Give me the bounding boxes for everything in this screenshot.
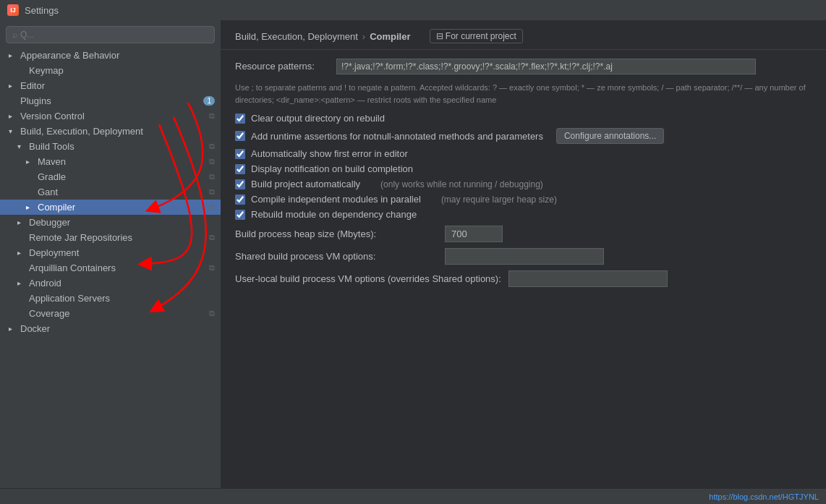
build-auto-checkbox[interactable]	[235, 179, 245, 189]
clear-output-checkbox[interactable]	[235, 114, 245, 124]
display-notification-label: Display notification on build completion	[251, 163, 413, 174]
arrow-icon	[17, 218, 26, 226]
form-row-heap-size: Build process heap size (Mbytes):	[235, 226, 812, 242]
plugins-badge: 1	[203, 96, 215, 106]
user-vm-label: User-local build process VM options (ove…	[235, 273, 501, 284]
sidebar-item-label: Editor	[20, 80, 215, 91]
checkbox-row-auto-show-error: Automatically show first error in editor	[235, 148, 812, 159]
sidebar-item-plugins[interactable]: Plugins 1	[0, 93, 221, 108]
auto-show-error-label: Automatically show first error in editor	[251, 148, 408, 159]
sidebar-item-arquillian[interactable]: Arquillian Containers ⧉	[0, 260, 221, 276]
sidebar-item-gant[interactable]: Gant ⧉	[0, 184, 221, 200]
user-vm-input[interactable]	[508, 270, 668, 287]
rebuild-module-checkbox[interactable]	[235, 210, 245, 220]
settings-header: Build, Execution, Deployment › Compiler …	[221, 20, 826, 50]
display-notification-checkbox[interactable]	[235, 164, 245, 174]
sidebar-item-version-control[interactable]: Version Control ⧉	[0, 108, 221, 124]
add-runtime-checkbox[interactable]	[235, 131, 245, 141]
resource-patterns-help: Use ; to separate patterns and ! to nega…	[235, 82, 812, 106]
sidebar-item-maven[interactable]: Maven ⧉	[0, 154, 221, 169]
checkbox-row-build-auto: Build project automatically (only works …	[235, 179, 812, 189]
sidebar-item-remote-jar[interactable]: Remote Jar Repositories ⧉	[0, 230, 221, 245]
checkbox-row-compile-parallel: Compile independent modules in parallel …	[235, 194, 812, 205]
form-row-shared-vm: Shared build process VM options:	[235, 248, 812, 265]
sidebar-item-label: Coverage	[29, 308, 206, 319]
arrow-icon	[17, 279, 26, 287]
copy-icon: ⧉	[209, 157, 215, 166]
title-bar: IJ Settings	[0, 0, 826, 20]
arrow-icon	[17, 142, 26, 150]
search-box[interactable]: ⌕	[6, 26, 215, 43]
sidebar-item-label: Deployment	[29, 247, 215, 258]
copy-icon: ⧉	[209, 309, 215, 318]
shared-vm-label: Shared build process VM options:	[235, 251, 438, 262]
sidebar-item-label: Version Control	[20, 111, 206, 121]
copy-icon: ⧉	[209, 263, 215, 273]
checkbox-row-clear-output: Clear output directory on rebuild	[235, 113, 812, 124]
arrow-icon	[9, 325, 17, 333]
shared-vm-input[interactable]	[445, 248, 604, 265]
search-input[interactable]	[20, 30, 208, 40]
checkbox-row-display-notification: Display notification on build completion	[235, 163, 812, 174]
project-icon: ⊟	[436, 31, 446, 41]
project-label: For current project	[446, 31, 516, 41]
breadcrumb-separator: ›	[362, 31, 365, 42]
sidebar-item-label: Docker	[20, 323, 215, 334]
sidebar-item-label: Android	[29, 278, 215, 289]
status-link[interactable]: https://blog.csdn.net/HGTJYNL	[709, 492, 819, 501]
search-icon: ⌕	[12, 30, 17, 40]
configure-annotations-button[interactable]: Configure annotations...	[556, 128, 664, 144]
sidebar-item-gradle[interactable]: Gradle ⧉	[0, 169, 221, 184]
arrow-icon	[9, 112, 17, 120]
add-runtime-label: Add runtime assertions for notnull-annot…	[251, 131, 543, 142]
arrow-icon	[9, 51, 17, 59]
sidebar-item-coverage[interactable]: Coverage ⧉	[0, 306, 221, 321]
copy-icon: ⧉	[209, 202, 215, 212]
resource-patterns-label: Resource patterns:	[235, 59, 329, 72]
main-content: ⌕ Appearance & Behavior Keymap Editor Pl…	[0, 20, 826, 488]
sidebar-item-build-exec-deploy[interactable]: Build, Execution, Deployment	[0, 124, 221, 139]
sidebar-item-label: Debugger	[29, 217, 215, 228]
sidebar-item-android[interactable]: Android	[0, 276, 221, 291]
sidebar-item-label: Remote Jar Repositories	[29, 232, 206, 243]
sidebar-item-build-tools[interactable]: Build Tools ⧉	[0, 139, 221, 154]
sidebar-item-label: Keymap	[29, 65, 215, 76]
sidebar-item-label: Compiler	[38, 202, 206, 213]
sidebar-item-appearance[interactable]: Appearance & Behavior	[0, 48, 221, 63]
sidebar-item-label: Maven	[38, 156, 206, 167]
arrow-icon	[26, 158, 35, 166]
sidebar-item-label: Gant	[38, 187, 206, 197]
settings-body: Resource patterns: !?*.java;!?*.form;!?*…	[221, 50, 826, 488]
compile-parallel-label: Compile independent modules in parallel	[251, 194, 421, 205]
sidebar-item-label: Build, Execution, Deployment	[20, 126, 215, 137]
arrow-icon	[17, 249, 26, 257]
copy-icon: ⧉	[209, 111, 215, 121]
copy-icon: ⧉	[209, 233, 215, 242]
sidebar-item-debugger[interactable]: Debugger	[0, 215, 221, 230]
sidebar-item-keymap[interactable]: Keymap	[0, 63, 221, 78]
rebuild-module-label: Rebuild module on dependency change	[251, 209, 417, 220]
compile-parallel-checkbox[interactable]	[235, 195, 245, 205]
clear-output-label: Clear output directory on rebuild	[251, 113, 385, 124]
form-row-user-vm: User-local build process VM options (ove…	[235, 270, 812, 287]
checkbox-row-rebuild-module: Rebuild module on dependency change	[235, 209, 812, 220]
copy-icon: ⧉	[209, 187, 215, 197]
sidebar-item-compiler[interactable]: Compiler ⧉	[0, 200, 221, 215]
sidebar-item-label: Build Tools	[29, 141, 206, 152]
auto-show-error-checkbox[interactable]	[235, 149, 245, 159]
copy-icon: ⧉	[209, 142, 215, 151]
resource-patterns-value[interactable]: !?*.java;!?*.form;!?*.class;!?*.groovy;!…	[336, 59, 756, 74]
arrow-icon	[26, 203, 35, 211]
sidebar-item-docker[interactable]: Docker	[0, 321, 221, 336]
heap-size-input[interactable]	[445, 226, 503, 242]
sidebar-item-app-servers[interactable]: Application Servers	[0, 291, 221, 306]
heap-size-label: Build process heap size (Mbytes):	[235, 228, 438, 239]
arrow-icon	[9, 82, 17, 90]
sidebar-item-label: Plugins	[20, 95, 200, 106]
for-current-project-badge: ⊟ For current project	[430, 29, 523, 43]
build-auto-note: (only works while not running / debuggin…	[380, 179, 543, 189]
sidebar-item-label: Arquillian Containers	[29, 262, 206, 273]
sidebar-item-deployment[interactable]: Deployment	[0, 245, 221, 260]
sidebar-item-editor[interactable]: Editor	[0, 78, 221, 93]
breadcrumb-parent: Build, Execution, Deployment	[235, 31, 358, 42]
